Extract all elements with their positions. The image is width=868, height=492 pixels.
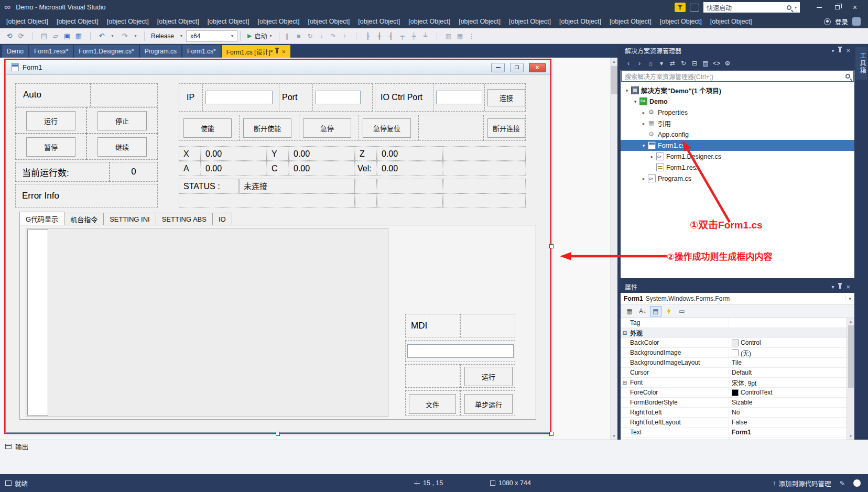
menu-item[interactable]: [object Object] xyxy=(404,16,454,27)
property-value[interactable]: Sizable xyxy=(729,398,847,407)
property-row[interactable]: BackgroundImage (无) xyxy=(621,348,847,358)
close-icon[interactable]: × xyxy=(846,47,850,54)
chevron-down-icon[interactable]: ▾ xyxy=(831,48,834,53)
io-ctrl-port-input[interactable] xyxy=(436,91,482,104)
events-icon[interactable] xyxy=(663,306,675,316)
menu-item[interactable]: [object Object] xyxy=(454,16,505,27)
menu-item[interactable]: [object Object] xyxy=(52,16,103,27)
scroll-up-icon[interactable]: ▲ xyxy=(611,58,617,65)
property-row[interactable]: Text Form1 xyxy=(621,428,847,438)
pin-icon[interactable] xyxy=(839,48,841,52)
gcode-display-area[interactable] xyxy=(26,228,388,417)
align-centers-icon[interactable]: ╂ xyxy=(374,30,385,42)
step-over-icon[interactable]: ↷ xyxy=(328,30,339,42)
continue-button[interactable]: 继续 xyxy=(97,137,147,157)
alphabetical-icon[interactable]: A↓ xyxy=(637,306,648,316)
property-row[interactable]: RightToLeftLayout False xyxy=(621,418,847,428)
disconnect-button[interactable]: 断开连接 xyxy=(487,118,525,138)
properties-object-selector[interactable]: Form1 System.Windows.Forms.Form ▾ xyxy=(621,293,854,304)
tree-item[interactable]: ▸ Program.cs xyxy=(621,173,854,184)
solution-search-input[interactable]: 搜索解决方案资源管理器(Ctrl+;) xyxy=(621,70,854,82)
tree-item[interactable]: Form1.resx xyxy=(621,162,854,173)
property-row[interactable]: Tag xyxy=(621,318,847,328)
back-icon[interactable]: ‹ xyxy=(624,58,633,69)
tree-item[interactable]: ▸ Form1.Designer.cs xyxy=(621,151,854,162)
property-value[interactable]: Form1 xyxy=(729,428,847,437)
enable-button[interactable]: 使能 xyxy=(183,118,232,138)
property-row[interactable]: ⊞ Font 宋体, 9pt xyxy=(621,378,847,388)
close-button[interactable]: × xyxy=(846,2,864,13)
resize-handle-corner[interactable] xyxy=(549,432,554,436)
save-icon[interactable]: ▣ xyxy=(62,30,72,42)
property-row[interactable]: RightToLeft No xyxy=(621,408,847,418)
start-debug-button[interactable]: ▶ 启动 ▾ xyxy=(243,30,276,42)
pause-icon[interactable]: ∥ xyxy=(282,30,292,42)
step-out-icon[interactable]: ↑ xyxy=(340,30,350,42)
stop-button[interactable]: 停止 xyxy=(97,111,147,130)
menu-item[interactable]: [object Object] xyxy=(153,16,203,27)
run-button[interactable]: 运行 xyxy=(26,111,75,130)
same-width-icon[interactable]: ▥ xyxy=(443,30,454,42)
expander-icon[interactable]: ⊟ xyxy=(621,330,629,336)
stop-icon[interactable]: ■ xyxy=(294,30,304,42)
property-row[interactable]: BackColor Control xyxy=(621,338,847,348)
estop-reset-button[interactable]: 急停复位 xyxy=(363,118,411,138)
show-all-files-icon[interactable]: ▤ xyxy=(701,58,710,69)
designer-canvas[interactable]: Form1 × Auto 运行 停止 暂停 继续 xyxy=(0,58,617,440)
document-tab[interactable]: Form1.cs [设计]* × xyxy=(222,45,290,58)
properties-view-icon[interactable]: ▤ xyxy=(650,306,661,316)
expander-icon[interactable]: ▸ xyxy=(641,176,647,181)
menu-item[interactable]: [object Object] xyxy=(706,16,756,27)
resize-handle-bottom[interactable] xyxy=(276,432,280,436)
document-tab[interactable]: Program.cs × xyxy=(140,45,181,58)
form-tab[interactable]: IO xyxy=(212,213,232,225)
forward-icon[interactable]: › xyxy=(635,58,644,69)
overflow-icon[interactable]: ⋮ xyxy=(466,30,477,42)
form-tab[interactable]: SETTING ABS xyxy=(156,213,213,225)
property-value[interactable]: No xyxy=(729,408,847,417)
document-tab[interactable]: Form1.cs* × xyxy=(182,45,221,58)
restore-button[interactable] xyxy=(828,2,846,13)
resize-handle-right[interactable] xyxy=(549,244,554,248)
collapse-all-icon[interactable]: ⊟ xyxy=(690,58,699,69)
align-bottoms-icon[interactable]: ┷ xyxy=(420,30,431,42)
property-value[interactable]: False xyxy=(729,418,847,427)
property-value[interactable]: 宋体, 9pt xyxy=(729,378,847,387)
avatar[interactable] xyxy=(852,17,861,26)
property-row[interactable]: ForeColor ControlText xyxy=(621,388,847,398)
sign-in-link[interactable]: 登录 xyxy=(835,17,848,27)
yellow-filter-icon[interactable] xyxy=(675,3,686,12)
undo-dropdown-icon[interactable]: ▾ xyxy=(108,30,118,42)
designed-form[interactable]: Form1 × Auto 运行 停止 暂停 继续 xyxy=(5,60,550,433)
expander-icon[interactable]: ▸ xyxy=(649,154,655,159)
platform-combo[interactable]: x64▾ xyxy=(186,30,237,42)
document-tab[interactable]: Demo × xyxy=(2,45,28,58)
refresh-icon[interactable]: ↻ xyxy=(679,58,688,69)
menu-item[interactable]: [object Object] xyxy=(103,16,153,27)
tree-item[interactable]: ▾ Form1.cs xyxy=(621,140,854,151)
property-pages-icon[interactable]: ▭ xyxy=(676,306,688,316)
feedback-icon[interactable] xyxy=(690,4,699,12)
property-value[interactable]: Control xyxy=(729,338,847,347)
menu-item[interactable]: [object Object] xyxy=(254,16,304,27)
property-row[interactable]: BackgroundImageLayout Tile xyxy=(621,358,847,368)
pin-icon[interactable] xyxy=(276,49,278,53)
close-icon[interactable]: × xyxy=(846,283,850,291)
expander-icon[interactable]: ⊞ xyxy=(621,380,629,386)
scrollbar-thumb[interactable] xyxy=(848,325,854,388)
mdi-run-button[interactable]: 运行 xyxy=(464,367,513,386)
document-tab[interactable]: Form1.resx* × xyxy=(29,45,73,58)
pause-button[interactable]: 暂停 xyxy=(26,137,75,157)
scroll-down-icon[interactable]: ▼ xyxy=(847,433,854,440)
expander-icon[interactable]: ▾ xyxy=(641,143,647,148)
document-tab[interactable]: Form1.Designer.cs* × xyxy=(74,45,138,58)
estop-button[interactable]: 急停 xyxy=(303,118,351,138)
expander-icon[interactable]: ▾ xyxy=(632,99,638,104)
form-minimize-button[interactable] xyxy=(491,63,505,72)
align-lefts-icon[interactable]: ┠ xyxy=(363,30,373,42)
redo-dropdown-icon[interactable]: ▾ xyxy=(131,30,142,42)
source-control-button[interactable]: ↑ 添加到源代码管理 xyxy=(773,478,831,488)
align-tops-icon[interactable]: ┯ xyxy=(397,30,408,42)
forward-icon[interactable]: ⟳ xyxy=(16,30,26,42)
menu-item[interactable]: [object Object] xyxy=(656,16,706,27)
